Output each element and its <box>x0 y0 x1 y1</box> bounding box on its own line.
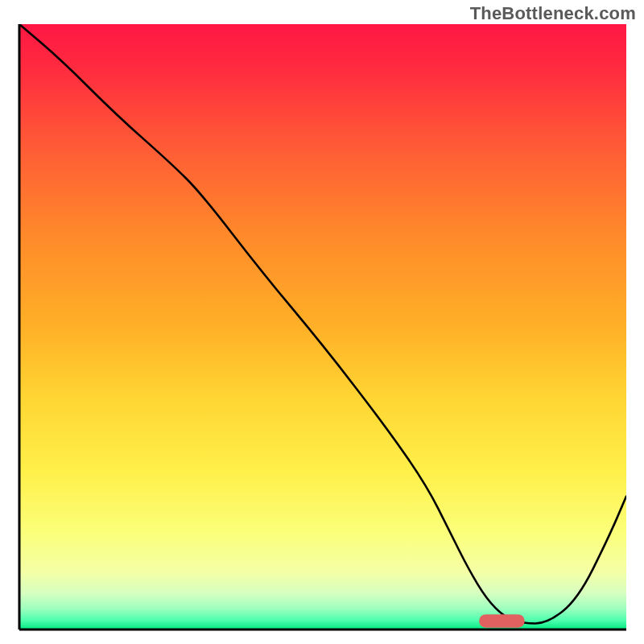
optimal-marker <box>479 614 525 628</box>
gradient-background <box>19 24 626 630</box>
chart-root: TheBottleneck.com <box>0 0 644 644</box>
bottleneck-chart <box>0 0 644 644</box>
